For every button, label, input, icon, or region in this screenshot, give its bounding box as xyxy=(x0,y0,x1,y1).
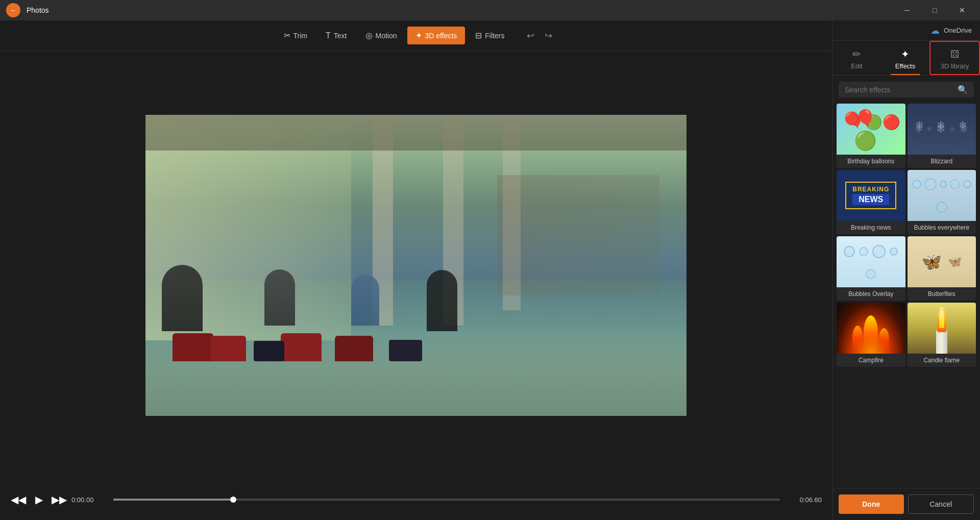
timeline-progress xyxy=(113,499,233,501)
tab-edit[interactable]: ✏ Edit xyxy=(832,41,881,75)
effect-label-candle-flame: Candle flame xyxy=(908,354,976,367)
effect-thumb-bubbles-overlay xyxy=(837,236,905,287)
cancel-button[interactable]: Cancel xyxy=(908,494,974,514)
toolbar: ✂ Trim T Text ◎ Motion ✦ 3D effects ⊟ Fi… xyxy=(0,20,832,51)
editor-area: ✂ Trim T Text ◎ Motion ✦ 3D effects ⊟ Fi… xyxy=(0,20,832,520)
window-controls: ─ □ ✕ xyxy=(895,0,974,20)
timeline-thumb[interactable] xyxy=(230,497,236,503)
trim-icon: ✂ xyxy=(284,31,290,40)
end-time: 0:06.60 xyxy=(786,496,822,504)
onedrive-label: OneDrive xyxy=(944,27,972,34)
search-input[interactable] xyxy=(845,86,953,94)
effect-thumb-butterflies: 🦋 🦋 xyxy=(908,236,976,287)
3d-effects-icon: ✦ xyxy=(415,31,422,40)
undo-button[interactable]: ↩ xyxy=(523,28,538,43)
video-frame xyxy=(145,115,687,416)
panel-footer: Done Cancel xyxy=(832,488,980,520)
motion-icon: ◎ xyxy=(365,31,373,40)
effect-birthday-balloons[interactable]: 🎈🟢 🔴 Birthday balloons xyxy=(837,104,905,168)
effects-grid: 🎈🟢 🔴 Birthday balloons ❄ ❄ ❄ ❄ ❄ Blizzar xyxy=(832,102,980,488)
effects-tab-label: Effects xyxy=(895,62,916,70)
play-button[interactable]: ▶ xyxy=(31,491,47,508)
onedrive-icon: ☁ xyxy=(930,25,940,36)
effect-label-campfire: Campfire xyxy=(837,354,905,367)
maximize-button[interactable]: □ xyxy=(923,0,946,20)
right-panel: ☁ OneDrive ✏ Edit ✦ Effects ⚄ 3D library… xyxy=(832,20,980,520)
skip-forward-button[interactable]: ▶▶ xyxy=(51,491,67,508)
text-button[interactable]: T Text xyxy=(317,27,355,44)
3d-library-tab-label: 3D library xyxy=(941,62,969,70)
effect-bubbles-everywhere[interactable]: Bubbles everywhere xyxy=(908,170,976,234)
panel-tabs: ✏ Edit ✦ Effects ⚄ 3D library xyxy=(832,41,980,76)
effect-thumb-birthday-balloons: 🎈🟢 🔴 xyxy=(837,104,905,155)
filters-button[interactable]: ⊟ Filters xyxy=(467,27,512,44)
effect-label-bubbles-overlay: Bubbles Overlay xyxy=(837,287,905,301)
effect-candle-flame[interactable]: Candle flame xyxy=(908,303,976,367)
effect-butterflies[interactable]: 🦋 🦋 Butterflies xyxy=(908,236,976,301)
close-button[interactable]: ✕ xyxy=(950,0,974,20)
edit-tab-icon: ✏ xyxy=(852,48,861,60)
effect-label-blizzard: Blizzard xyxy=(908,155,976,168)
effect-label-breaking-news: Breaking news xyxy=(837,221,905,234)
redo-button[interactable]: ↪ xyxy=(541,28,556,43)
app-title: Photos xyxy=(27,6,895,14)
effect-thumb-campfire xyxy=(837,303,905,354)
search-icon: 🔍 xyxy=(958,85,968,94)
skip-back-button[interactable]: ◀◀ xyxy=(10,491,27,508)
done-button[interactable]: Done xyxy=(839,494,904,514)
tab-3d-library[interactable]: ⚄ 3D library xyxy=(929,41,980,75)
effect-thumb-breaking-news: BREAKING NEWS xyxy=(837,170,905,221)
3d-effects-button[interactable]: ✦ 3D effects xyxy=(407,27,465,44)
effects-tab-icon: ✦ xyxy=(901,48,910,60)
trim-button[interactable]: ✂ Trim xyxy=(276,27,315,44)
edit-tab-label: Edit xyxy=(851,62,862,70)
search-bar: 🔍 xyxy=(839,82,974,97)
effect-breaking-news[interactable]: BREAKING NEWS Breaking news xyxy=(837,170,905,234)
effect-label-butterflies: Butterflies xyxy=(908,287,976,301)
timeline-controls: ◀◀ ▶ ▶▶ 0:00.00 0:06.60 xyxy=(10,491,822,508)
timeline-area: ◀◀ ▶ ▶▶ 0:00.00 0:06.60 xyxy=(0,479,832,520)
text-icon: T xyxy=(326,31,331,40)
video-content xyxy=(145,115,687,416)
video-area xyxy=(0,51,832,479)
effect-label-bubbles-everywhere: Bubbles everywhere xyxy=(908,221,976,234)
filters-icon: ⊟ xyxy=(475,31,482,40)
tab-effects[interactable]: ✦ Effects xyxy=(881,41,929,75)
app-body: ✂ Trim T Text ◎ Motion ✦ 3D effects ⊟ Fi… xyxy=(0,20,980,520)
effect-blizzard[interactable]: ❄ ❄ ❄ ❄ ❄ Blizzard xyxy=(908,104,976,168)
current-time: 0:00.00 xyxy=(71,496,107,504)
timeline-track[interactable] xyxy=(113,499,780,501)
back-button[interactable]: ← xyxy=(6,3,20,17)
effect-thumb-bubbles-everywhere xyxy=(908,170,976,221)
minimize-button[interactable]: ─ xyxy=(895,0,919,20)
effect-thumb-candle-flame xyxy=(908,303,976,354)
undo-redo-controls: ↩ ↪ xyxy=(523,28,556,43)
onedrive-bar: ☁ OneDrive xyxy=(832,20,980,41)
3d-library-tab-icon: ⚄ xyxy=(950,48,959,60)
effect-label-birthday-balloons: Birthday balloons xyxy=(837,155,905,168)
title-bar: ← Photos ─ □ ✕ xyxy=(0,0,980,20)
effect-campfire[interactable]: Campfire xyxy=(837,303,905,367)
effect-bubbles-overlay[interactable]: Bubbles Overlay xyxy=(837,236,905,301)
effect-thumb-blizzard: ❄ ❄ ❄ ❄ ❄ xyxy=(908,104,976,155)
motion-button[interactable]: ◎ Motion xyxy=(357,27,405,44)
playback-controls: ◀◀ ▶ ▶▶ 0:00.00 xyxy=(10,491,107,508)
